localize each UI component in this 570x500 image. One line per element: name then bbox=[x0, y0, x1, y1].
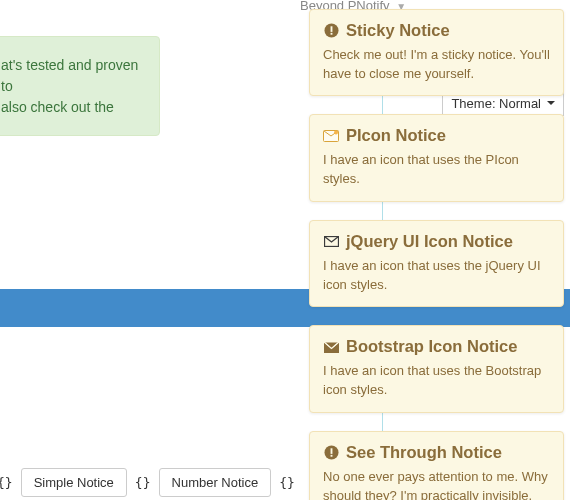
alert-line: at's tested and proven to bbox=[1, 55, 149, 97]
alert-line: also check out the bbox=[1, 97, 149, 118]
simple-notice-button[interactable]: Simple Notice bbox=[21, 468, 127, 497]
mail-icon bbox=[323, 128, 339, 144]
notice-title-text: jQuery UI Icon Notice bbox=[346, 232, 513, 252]
notice-body: I have an icon that uses the Bootstrap i… bbox=[323, 362, 550, 400]
notice-sticky[interactable]: Sticky Notice Check me out! I'm a sticky… bbox=[309, 9, 564, 96]
svg-point-4 bbox=[334, 131, 338, 135]
notice-stack: Sticky Notice Check me out! I'm a sticky… bbox=[309, 9, 564, 500]
notice-body: I have an icon that uses the PIcon style… bbox=[323, 151, 550, 189]
notice-title-text: Sticky Notice bbox=[346, 21, 450, 41]
notice-body: I have an icon that uses the jQuery UI i… bbox=[323, 257, 550, 295]
notice-bootstrap[interactable]: Bootstrap Icon Notice I have an icon tha… bbox=[309, 325, 564, 412]
notice-jquery-ui[interactable]: jQuery UI Icon Notice I have an icon tha… bbox=[309, 220, 564, 307]
exclamation-icon bbox=[323, 23, 339, 39]
notice-picon[interactable]: PIcon Notice I have an icon that uses th… bbox=[309, 114, 564, 201]
envelope-icon bbox=[323, 339, 339, 355]
mail-icon bbox=[323, 234, 339, 250]
svg-rect-2 bbox=[330, 33, 332, 35]
code-brace: {} bbox=[277, 475, 297, 490]
svg-rect-1 bbox=[330, 27, 332, 33]
code-brace: {} bbox=[133, 475, 153, 490]
notice-title-text: Bootstrap Icon Notice bbox=[346, 337, 517, 357]
notice-see-through[interactable]: See Through Notice No one ever pays atte… bbox=[309, 431, 564, 500]
svg-rect-9 bbox=[330, 455, 332, 457]
alert-success: at's tested and proven to also check out… bbox=[0, 36, 160, 136]
notice-title-text: See Through Notice bbox=[346, 443, 502, 463]
notice-body: No one ever pays attention to me. Why sh… bbox=[323, 468, 550, 500]
notice-title-text: PIcon Notice bbox=[346, 126, 446, 146]
number-notice-button[interactable]: Number Notice bbox=[159, 468, 272, 497]
button-row: {} Simple Notice {} Number Notice {} bbox=[0, 468, 297, 497]
svg-rect-8 bbox=[330, 449, 332, 455]
code-brace: {} bbox=[0, 475, 15, 490]
exclamation-icon bbox=[323, 445, 339, 461]
notice-body: Check me out! I'm a sticky notice. You'l… bbox=[323, 46, 550, 84]
